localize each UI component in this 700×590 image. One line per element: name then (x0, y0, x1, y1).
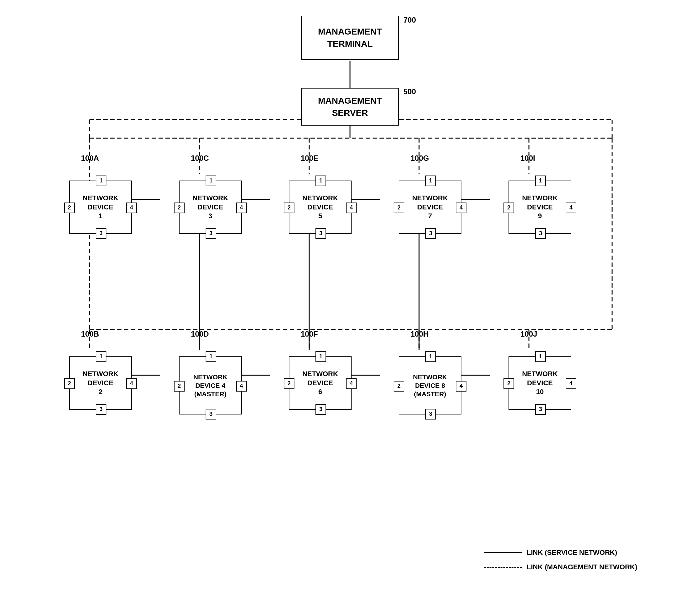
device-100d-port3: 3 (206, 409, 216, 419)
device-100b-port4: 4 (126, 378, 137, 389)
management-server-ref: 500 (403, 87, 416, 96)
device-100j-port1: 1 (535, 352, 546, 362)
legend-management-line (484, 567, 522, 568)
device-100i-port4: 4 (566, 203, 576, 213)
device-100h-port3: 3 (425, 409, 436, 419)
management-terminal-label: MANAGEMENT TERMINAL (318, 25, 382, 50)
device-100c-port2: 2 (174, 203, 185, 213)
device-100j-port4: 4 (566, 378, 576, 389)
device-100h-port4: 4 (456, 381, 466, 392)
legend: LINK (SERVICE NETWORK) LINK (MANAGEMENT … (484, 549, 637, 571)
management-terminal-box: MANAGEMENT TERMINAL (301, 16, 399, 60)
device-100g-port2: 2 (394, 203, 404, 213)
device-100e-port1: 1 (316, 176, 326, 186)
legend-service-label: LINK (SERVICE NETWORK) (527, 549, 617, 557)
device-100g-port1: 1 (425, 176, 436, 186)
device-100f: NETWORK DEVICE 6 1 2 3 4 (289, 357, 352, 410)
device-100g-port3: 3 (425, 228, 436, 239)
device-100i-port2: 2 (503, 203, 514, 213)
device-100e-port4: 4 (346, 203, 357, 213)
device-100d: NETWORK DEVICE 4 (MASTER) 1 2 3 4 (179, 357, 242, 414)
device-100i-port1: 1 (535, 176, 546, 186)
device-100d-ref: 100D (191, 330, 209, 338)
device-100i: NETWORK DEVICE 9 1 2 3 4 (508, 181, 571, 234)
device-100i-ref: 100I (520, 154, 535, 163)
device-100h-ref: 100H (411, 330, 429, 338)
device-100f-port1: 1 (316, 352, 326, 362)
device-100d-port2: 2 (174, 381, 185, 392)
device-100c-port4: 4 (236, 203, 247, 213)
diagram-container: MANAGEMENT TERMINAL 700 MANAGEMENT SERVE… (0, 0, 700, 590)
device-100h-port1: 1 (425, 352, 436, 362)
device-100b: NETWORK DEVICE 2 1 2 3 4 (69, 357, 132, 410)
legend-management: LINK (MANAGEMENT NETWORK) (484, 563, 637, 571)
device-100e: NETWORK DEVICE 5 1 2 3 4 (289, 181, 352, 234)
device-100f-port4: 4 (346, 378, 357, 389)
device-100g-ref: 100G (411, 154, 429, 163)
device-100c-port3: 3 (206, 228, 216, 239)
device-100a-port1: 1 (96, 176, 106, 186)
device-100b-port1: 1 (96, 352, 106, 362)
device-100j: NETWORK DEVICE 10 1 2 3 4 (508, 357, 571, 410)
device-100c-port1: 1 (206, 176, 216, 186)
device-100d-port4: 4 (236, 381, 247, 392)
device-100b-port3: 3 (96, 404, 106, 415)
device-100g: NETWORK DEVICE 7 1 2 3 4 (399, 181, 461, 234)
device-100i-port3: 3 (535, 228, 546, 239)
device-100b-port2: 2 (64, 378, 75, 389)
device-100j-ref: 100J (520, 330, 537, 338)
device-100h-port2: 2 (394, 381, 404, 392)
device-100a-port2: 2 (64, 203, 75, 213)
legend-management-label: LINK (MANAGEMENT NETWORK) (527, 563, 637, 571)
device-100e-ref: 100E (301, 154, 318, 163)
device-100a-port4: 4 (126, 203, 137, 213)
device-100a-port3: 3 (96, 228, 106, 239)
legend-service-line (484, 552, 522, 553)
legend-service: LINK (SERVICE NETWORK) (484, 549, 637, 557)
device-100j-port3: 3 (535, 404, 546, 415)
device-100g-port4: 4 (456, 203, 466, 213)
device-100e-port3: 3 (316, 228, 326, 239)
device-100d-port1: 1 (206, 352, 216, 362)
management-server-label: MANAGEMENT SERVER (318, 95, 382, 119)
device-100a-ref: 100A (81, 154, 99, 163)
device-100b-ref: 100B (81, 330, 99, 338)
device-100j-port2: 2 (503, 378, 514, 389)
device-100h: NETWORK DEVICE 8 (MASTER) 1 2 3 4 (399, 357, 461, 414)
device-100f-port2: 2 (284, 378, 295, 389)
device-100c-ref: 100C (191, 154, 209, 163)
device-100e-port2: 2 (284, 203, 295, 213)
device-100f-port3: 3 (316, 404, 326, 415)
management-terminal-ref: 700 (403, 16, 416, 24)
management-server-box: MANAGEMENT SERVER (301, 88, 399, 126)
device-100c: NETWORK DEVICE 3 1 2 3 4 (179, 181, 242, 234)
device-100f-ref: 100F (301, 330, 318, 338)
device-100a: NETWORK DEVICE 1 1 2 3 4 (69, 181, 132, 234)
